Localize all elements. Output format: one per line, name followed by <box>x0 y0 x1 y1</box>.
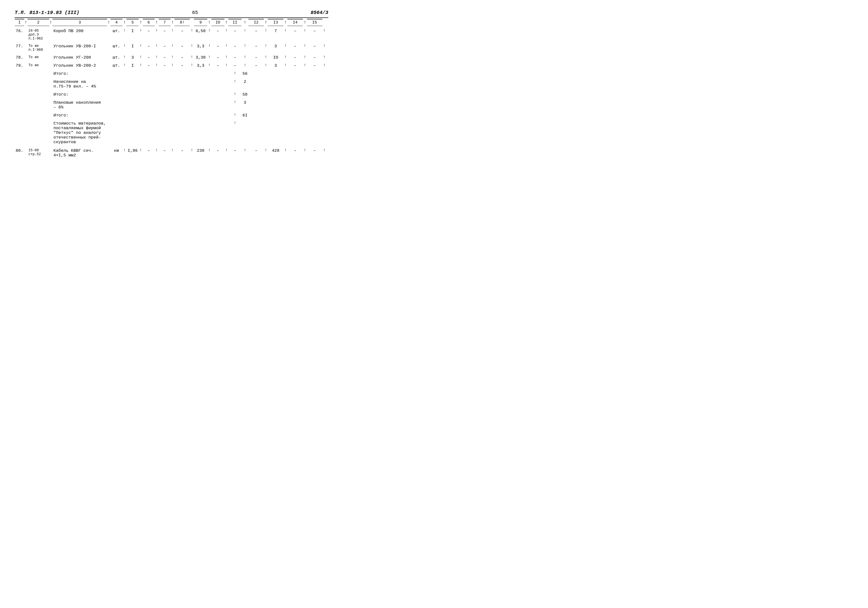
col-sep-8 <box>190 19 194 26</box>
col-sep: ! <box>284 62 287 68</box>
col-sep: ! <box>264 148 268 159</box>
row-number: 76. <box>15 28 24 41</box>
table-row: 79.То жеУгольник УВ-200-2шт.!I!–!–!–!3,3… <box>15 62 328 68</box>
main-table: I ! 2 ! 3 ! 4 ! 5 ! 6 ! 7 ! 8! 9 ! IO ! … <box>15 19 328 159</box>
col-sep: ! <box>170 62 174 68</box>
col-sep: ! <box>225 28 228 41</box>
row-number: 77. <box>15 43 24 53</box>
row-col-c8: 6,50 <box>194 28 208 41</box>
table-row: 77.То же п.I-968Угольник УВ-200-Iшт.!I!–… <box>15 43 328 53</box>
col-sep: ! <box>170 28 174 41</box>
row-col-c13: – <box>287 43 303 53</box>
row-col-c12: 7 <box>268 28 284 41</box>
col-h-10: IO <box>211 19 225 26</box>
header-right: 8564/3 <box>311 10 328 16</box>
col-sep: ! <box>284 148 287 159</box>
row-ref: То же п.I-968 <box>28 43 49 53</box>
col-sep-13: ! <box>284 19 287 26</box>
col-h-4: 4 <box>110 19 122 26</box>
row-col-c9: – <box>211 148 225 159</box>
col-sep: ! <box>264 54 268 61</box>
col-h-15: I5 <box>307 19 322 26</box>
row-col-c6: – <box>159 43 170 53</box>
col-sep: ! <box>190 43 194 53</box>
row-col-c12: 428 <box>268 148 284 159</box>
col-sep: ! <box>155 148 158 159</box>
col-sep: ! <box>225 148 228 159</box>
col-sep-4: ! <box>122 19 126 26</box>
row-col-c13: – <box>287 28 303 41</box>
col-sep: ! <box>264 62 268 68</box>
subtotal-c12 <box>242 120 248 145</box>
col-sep: ! <box>170 148 174 159</box>
row-col-c5: – <box>143 43 155 53</box>
col-sep: ! <box>303 54 307 61</box>
subtotal-c12: 2 <box>242 79 248 90</box>
row-col-c4: I <box>126 62 139 68</box>
subtotal-label: Начисление на п.75-79 вкл. – 4% <box>53 79 228 90</box>
col-sep <box>107 43 110 53</box>
col-h-11: II <box>228 19 241 26</box>
subtotal-row: Плановые накопления – 6%!3 <box>15 100 328 110</box>
row-unit: шт. <box>110 43 122 53</box>
row-col-c9: – <box>211 28 225 41</box>
row-col-c12: IO <box>268 54 284 61</box>
row-col-c12: 3 <box>268 62 284 68</box>
row-col-c7: – <box>174 43 190 53</box>
col-sep: ! <box>303 43 307 53</box>
row-number: 78. <box>15 54 24 61</box>
row-number: 80. <box>15 148 24 159</box>
col-sep: ! <box>284 28 287 41</box>
col-sep-11: ! <box>242 19 248 26</box>
row-col-c10: – <box>228 28 241 41</box>
subtotal-num <box>15 100 24 110</box>
col-sep: ! <box>122 54 126 61</box>
row-col-c8: 3,30 <box>194 54 208 61</box>
row-col-c15 <box>326 148 328 159</box>
row-col-c4: I,86 <box>126 148 139 159</box>
col-sep: ! <box>139 43 143 53</box>
subtotal-c12: 6I <box>242 112 248 118</box>
subtotal-num <box>15 79 24 90</box>
col-h-7: 7 <box>159 19 170 26</box>
col-sep: ! <box>242 148 248 159</box>
col-sep: ! <box>322 62 326 68</box>
row-col-c14: – <box>307 148 322 159</box>
col-sep-7: ! <box>170 19 174 26</box>
subtotal-num <box>15 112 24 118</box>
row-desc: Угольник УВ-200-2 <box>53 62 107 68</box>
col-h-5: 5 <box>126 19 139 26</box>
subtotal-num <box>15 71 24 77</box>
row-col-c15 <box>326 28 328 41</box>
row-number: 79. <box>15 62 24 68</box>
subtotal-row: Стоимость материалов, поставляемых фирмо… <box>15 120 328 145</box>
row-desc: Угольник УГ-200 <box>53 54 107 61</box>
row-ref: То же <box>28 62 49 68</box>
col-h-9: 9 <box>194 19 208 26</box>
col-sep <box>24 28 28 41</box>
subtotal-row: Начисление на п.75-79 вкл. – 4%!2 <box>15 79 328 90</box>
row-col-c10: – <box>228 43 241 53</box>
col-sep <box>107 62 110 68</box>
col-sep <box>49 54 53 61</box>
col-h-12: I2 <box>248 19 264 26</box>
col-h-8: 8! <box>174 19 190 26</box>
col-sep-1: ! <box>24 19 28 26</box>
col-sep: ! <box>242 54 248 61</box>
col-sep: ! <box>225 43 228 53</box>
subtotal-label: Итого: <box>53 112 228 118</box>
col-sep: ! <box>242 62 248 68</box>
subtotal-row: Итого:!56 <box>15 71 328 77</box>
row-col-c10: – <box>228 62 241 68</box>
col-sep <box>49 43 53 53</box>
row-col-c5: – <box>143 28 155 41</box>
row-desc: Короб ПВ 200 <box>53 28 107 41</box>
col-sep: ! <box>139 148 143 159</box>
col-sep: ! <box>207 54 211 61</box>
header-left: Т.П. 813-1-19.83 (III) <box>15 10 79 16</box>
col-h-1: I <box>15 19 24 26</box>
col-sep: ! <box>139 54 143 61</box>
col-sep: ! <box>122 62 126 68</box>
col-sep: ! <box>303 62 307 68</box>
col-h-13: I3 <box>268 19 284 26</box>
